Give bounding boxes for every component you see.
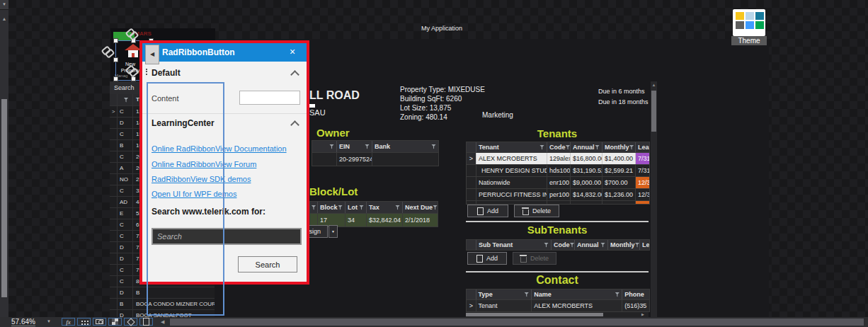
assign-dropdown-icon[interactable]: ▼: [329, 225, 338, 238]
filter-icon[interactable]: [365, 144, 370, 149]
left-scrollbar[interactable]: ▼ ▲: [0, 0, 8, 317]
theme-swatch-gray[interactable]: [736, 21, 744, 29]
snapshot-button[interactable]: [93, 318, 106, 326]
chevron-down-icon[interactable]: ▼: [47, 319, 51, 323]
theme-swatch-card[interactable]: [733, 9, 765, 36]
learningcenter-section-header[interactable]: LearningCenter: [152, 118, 215, 128]
link-sdk-demos[interactable]: RadRibbonView SDK demos: [152, 175, 251, 183]
sidebar-row[interactable]: DB: [110, 287, 215, 299]
contact-dropdown-icon[interactable]: ▼: [641, 302, 644, 306]
tenants-row[interactable]: > ALEX MCROBERTS 129alex $16,800.00 $1,4…: [467, 152, 649, 164]
filter-icon[interactable]: [629, 145, 634, 150]
owner-col-bank[interactable]: Bank: [372, 141, 438, 152]
filter-icon[interactable]: [433, 205, 438, 210]
filter-icon[interactable]: [570, 243, 575, 248]
back-arrow-button[interactable]: ◀: [145, 45, 159, 64]
close-icon[interactable]: ×: [290, 46, 295, 57]
tenants-delete-button[interactable]: Delete: [514, 205, 559, 217]
link-wpf-demos[interactable]: Open UI for WPF demos: [152, 190, 236, 198]
filter-icon[interactable]: [600, 243, 605, 248]
default-section-header[interactable]: Default: [152, 68, 181, 78]
subtenants-col-code[interactable]: Code: [552, 240, 575, 250]
filter-icon[interactable]: [595, 145, 600, 150]
filter-icon[interactable]: [359, 205, 364, 210]
link-documentation[interactable]: Online RadRibbonView Documentation: [152, 144, 287, 153]
tenants-col-monthly[interactable]: Monthly: [603, 142, 636, 152]
tenants-col-lease[interactable]: Lease: [636, 142, 649, 152]
contact-row[interactable]: > Tenant ALEX MCROBERTS (516)35: [467, 299, 649, 311]
tenants-col-annual[interactable]: Annual: [571, 142, 603, 152]
subtenants-delete-button[interactable]: Delete: [513, 252, 556, 265]
filter-icon[interactable]: [524, 292, 529, 297]
document-outline-button[interactable]: [139, 318, 153, 326]
scrollbar-thumb[interactable]: [1, 99, 7, 297]
effects-toggle-button[interactable]: fx: [62, 318, 75, 326]
filter-icon[interactable]: [544, 243, 549, 248]
owner-row[interactable]: 20-2997524: [312, 152, 438, 166]
content-scrollbar[interactable]: ▲: [651, 81, 657, 317]
theme-swatch-blue[interactable]: [746, 21, 754, 29]
filter-icon[interactable]: [615, 292, 619, 297]
scroll-up-icon[interactable]: ▲: [651, 83, 657, 87]
chevron-up-icon[interactable]: [290, 120, 299, 130]
owner-col-ein[interactable]: EIN: [337, 141, 372, 152]
subtenants-col-lease[interactable]: Lease: [640, 240, 649, 250]
filter-icon[interactable]: [635, 243, 640, 248]
snapping-toggle-button[interactable]: [124, 318, 137, 326]
blocklot-col-block[interactable]: Block: [318, 202, 346, 213]
theme-swatch-teal[interactable]: [755, 12, 764, 20]
scroll-dropdown-icon[interactable]: ▼: [0, 0, 8, 10]
content-input[interactable]: [239, 91, 300, 105]
filter-icon[interactable]: [124, 98, 129, 103]
scroll-right-icon[interactable]: ▶: [641, 312, 644, 317]
filter-icon[interactable]: [566, 145, 571, 150]
tenants-col-tenant[interactable]: Tenant: [476, 142, 547, 152]
selection-handle[interactable]: [113, 38, 118, 43]
scroll-left-icon[interactable]: ◀: [161, 319, 164, 325]
scroll-up-icon[interactable]: ▲: [0, 16, 8, 23]
scrollbar-thumb[interactable]: [466, 313, 603, 316]
tenants-add-button[interactable]: Add: [467, 205, 508, 217]
filter-icon[interactable]: [312, 205, 316, 210]
link-forum[interactable]: Online RadRibbonView Forum: [152, 160, 256, 168]
blocklot-col-tax[interactable]: Tax: [367, 202, 403, 213]
subtenants-col-monthly[interactable]: Monthly: [608, 240, 640, 250]
tenants-col-code[interactable]: Code: [547, 142, 571, 152]
anchor-chain-icon[interactable]: [126, 67, 137, 75]
artboard-background-toggle[interactable]: [108, 318, 122, 326]
selection-handle[interactable]: [131, 76, 136, 81]
blocklot-col-indicator[interactable]: [310, 202, 318, 213]
telerik-search-input[interactable]: [152, 228, 302, 245]
theme-swatch-green[interactable]: [755, 21, 764, 29]
tenants-row[interactable]: HENRY DESIGN STUDIO hds100 $31,190.52 $2…: [467, 164, 649, 176]
contact-col-name[interactable]: Name: [532, 289, 622, 299]
blocklot-col-nextdue[interactable]: Next Due: [403, 202, 438, 213]
contact-hscrollbar[interactable]: ▶: [466, 312, 649, 317]
owner-col-indicator[interactable]: [312, 141, 337, 152]
blocklot-col-lot[interactable]: Lot: [346, 202, 367, 213]
subtenants-add-button[interactable]: Add: [467, 252, 507, 265]
selection-handle[interactable]: [113, 57, 118, 62]
contact-col-phone[interactable]: Phone: [622, 289, 649, 299]
anchor-chain-icon[interactable]: [102, 47, 113, 56]
tenants-row[interactable]: Nationwide enr100 $9,000.00 $700.00 12/3: [467, 176, 649, 188]
sidebar-row[interactable]: DBOCA SANDALFOOT: [110, 310, 215, 317]
sidebar-filter[interactable]: [118, 94, 133, 105]
contact-col-type[interactable]: Type: [476, 289, 532, 299]
filter-icon[interactable]: [539, 145, 544, 150]
theme-swatch-yellow[interactable]: [736, 12, 744, 20]
subtenants-col-subtenant[interactable]: Sub Tenant: [476, 240, 552, 250]
telerik-search-button[interactable]: Search: [238, 256, 297, 272]
filter-icon[interactable]: [329, 144, 334, 149]
subtenants-col-annual[interactable]: Annual: [575, 240, 608, 250]
chevron-up-icon[interactable]: [290, 70, 299, 79]
tenants-row[interactable]: PERRUCCI FITNESS INC per100 $14,832.00 $…: [467, 188, 649, 200]
zoom-level-dropdown[interactable]: 57.64%: [11, 318, 35, 326]
anchor-chain-icon[interactable]: [126, 30, 137, 38]
filter-icon[interactable]: [395, 205, 400, 210]
selection-handle[interactable]: [113, 76, 118, 81]
scrollbar-thumb[interactable]: [651, 91, 656, 132]
filter-icon[interactable]: [431, 144, 436, 149]
grid-toggle-button[interactable]: [77, 318, 91, 326]
theme-swatch-lightblue[interactable]: [746, 12, 754, 20]
